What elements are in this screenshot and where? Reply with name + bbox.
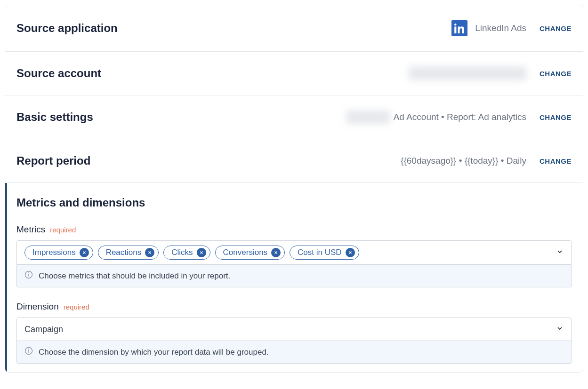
metrics-required-tag: required — [50, 226, 76, 234]
metrics-select[interactable]: ImpressionsReactionsClicksConversionsCos… — [16, 240, 572, 265]
change-source-account-button[interactable]: CHANGE — [540, 70, 572, 78]
metric-chip: Impressions — [24, 246, 93, 260]
metrics-hint-text: Choose metrics that should be included i… — [39, 271, 230, 281]
row-basic-settings: Basic settings Ad Account • Report: Ad a… — [5, 95, 583, 139]
dimension-required-tag: required — [64, 303, 89, 311]
metric-chip-label: Clicks — [171, 248, 193, 257]
value-source-application: LinkedIn Ads — [451, 20, 526, 36]
metric-chip: Clicks — [163, 246, 210, 260]
linkedin-icon — [451, 20, 467, 36]
metric-chip-label: Cost in USD — [298, 248, 342, 257]
redacted-setting — [346, 111, 390, 124]
value-report-period: {{60daysago}} • {{today}} • Daily — [401, 156, 526, 166]
metrics-chips: ImpressionsReactionsClicksConversionsCos… — [24, 246, 359, 260]
value-source-application-text: LinkedIn Ads — [475, 23, 526, 33]
metric-chip: Conversions — [215, 246, 285, 260]
label-source-account: Source account — [16, 67, 101, 80]
close-icon[interactable] — [80, 248, 89, 257]
dimension-hint-text: Choose the dimension by which your repor… — [39, 348, 269, 357]
change-report-period-button[interactable]: CHANGE — [540, 157, 572, 165]
value-source-account — [409, 67, 526, 80]
info-icon — [24, 270, 33, 281]
label-source-application: Source application — [16, 22, 118, 35]
change-basic-settings-button[interactable]: CHANGE — [540, 113, 572, 121]
chevron-down-icon — [556, 325, 564, 334]
metric-chip: Reactions — [98, 246, 159, 260]
close-icon[interactable] — [271, 248, 281, 257]
row-source-account: Source account CHANGE — [5, 52, 583, 95]
dimension-hint: Choose the dimension by which your repor… — [16, 341, 572, 364]
metric-chip-label: Impressions — [32, 248, 76, 257]
metrics-label-wrap: Metrics required — [16, 224, 572, 235]
close-icon[interactable] — [346, 248, 355, 257]
config-panel: Source application LinkedIn Ads CHANGE S… — [5, 5, 583, 373]
close-icon[interactable] — [145, 248, 154, 257]
row-source-application: Source application LinkedIn Ads CHANGE — [5, 5, 583, 52]
row-report-period: Report period {{60daysago}} • {{today}} … — [5, 139, 583, 183]
metric-chip-label: Conversions — [223, 248, 268, 257]
chevron-down-icon — [556, 248, 564, 257]
redacted-account — [409, 67, 526, 80]
svg-point-15 — [29, 349, 29, 349]
change-source-application-button[interactable]: CHANGE — [540, 24, 572, 32]
metric-chip-label: Reactions — [106, 248, 142, 257]
metrics-and-dimensions-section: Metrics and dimensions Metrics required … — [5, 183, 583, 372]
value-basic-settings-text: Ad Account • Report: Ad analytics — [394, 112, 526, 122]
metrics-label: Metrics — [16, 224, 45, 235]
value-basic-settings: Ad Account • Report: Ad analytics — [346, 111, 526, 124]
section-title: Metrics and dimensions — [16, 196, 572, 209]
metric-chip: Cost in USD — [290, 246, 359, 260]
info-icon — [24, 347, 33, 357]
label-basic-settings: Basic settings — [16, 111, 93, 124]
dimension-label-wrap: Dimension required — [16, 302, 572, 312]
dimension-label: Dimension — [16, 302, 59, 312]
svg-point-12 — [29, 273, 29, 273]
metrics-hint: Choose metrics that should be included i… — [16, 265, 572, 287]
dimension-value: Campaign — [24, 325, 63, 334]
label-report-period: Report period — [16, 154, 90, 167]
close-icon[interactable] — [197, 248, 206, 257]
dimension-select[interactable]: Campaign — [16, 318, 572, 341]
